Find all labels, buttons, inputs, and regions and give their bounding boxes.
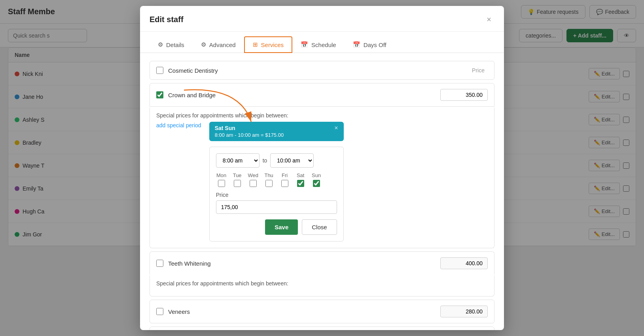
close-button[interactable]: Close <box>302 219 337 235</box>
special-price-input[interactable] <box>216 200 337 214</box>
to-label: to <box>263 157 267 164</box>
special-period-badge: Sat Sun 8:00 am - 10:00 am = $175.00 × <box>209 122 344 141</box>
day-checkbox-sun[interactable] <box>313 180 320 187</box>
modal-body: Cosmetic Dentistry Price Crown and Bridg… <box>140 53 504 330</box>
modal-close-button[interactable]: × <box>483 14 494 25</box>
modal-overlay: Edit staff × ⚙ Details ⚙ Advanced ⊞ Serv… <box>0 0 644 336</box>
day-label-tue: Tue <box>232 172 243 178</box>
day-checkbox-wed[interactable] <box>250 180 257 187</box>
service-row: Crown and Bridge <box>150 83 494 107</box>
price-input-crown-bridge[interactable] <box>440 89 488 101</box>
add-special-period-link[interactable]: add special period <box>156 122 201 128</box>
special-period-area: add special period Sat Sun 8:00 am - 10:… <box>156 122 488 242</box>
tab-details[interactable]: ⚙ Details <box>150 37 193 53</box>
calendar-icon: 📅 <box>301 41 308 48</box>
days-labels-row: Mon Tue Wed Thu Fri Sat Sun <box>216 172 337 178</box>
calendar-icon: 📅 <box>353 41 360 48</box>
day-label-sun: Sun <box>311 172 322 178</box>
price-label: Price <box>472 67 485 74</box>
gear-icon: ⚙ <box>201 41 206 48</box>
service-checkbox-crown-bridge[interactable] <box>156 91 163 98</box>
time-period-form: 8:00 am 9:00 am 10:00 am to 10:00 am 11:… <box>209 147 344 242</box>
price-input-veneers[interactable] <box>440 306 488 317</box>
special-period-left: add special period <box>156 122 201 129</box>
edit-staff-modal: Edit staff × ⚙ Details ⚙ Advanced ⊞ Serv… <box>140 6 504 330</box>
badge-close-button[interactable]: × <box>331 125 338 131</box>
special-price-section-teeth-whitening: Special prices for appointments which be… <box>150 276 494 296</box>
modal-title: Edit staff <box>150 15 184 24</box>
price-field: Price <box>216 192 337 214</box>
time-to-select[interactable]: 10:00 am 11:00 am 12:00 pm <box>270 153 314 168</box>
service-name: Cosmetic Dentistry <box>168 67 472 74</box>
day-checkbox-sat[interactable] <box>297 180 304 187</box>
day-checkbox-thu[interactable] <box>265 180 273 187</box>
days-checkboxes-row <box>216 180 337 187</box>
service-invisalign: Invisalign Price <box>150 327 494 330</box>
price-field-label: Price <box>216 192 337 198</box>
special-period-right: Sat Sun 8:00 am - 10:00 am = $175.00 × <box>209 122 344 242</box>
service-row: Cosmetic Dentistry Price <box>150 61 494 80</box>
day-label-fri: Fri <box>279 172 290 178</box>
time-from-select[interactable]: 8:00 am 9:00 am 10:00 am <box>216 153 259 168</box>
service-name: Teeth Whitening <box>168 260 440 267</box>
tab-schedule[interactable]: 📅 Schedule <box>292 37 345 53</box>
day-label-mon: Mon <box>216 172 227 178</box>
modal-header: Edit staff × <box>140 6 504 32</box>
service-row: Veneers <box>150 300 494 323</box>
service-teeth-whitening: Teeth Whitening Special prices for appoi… <box>150 251 494 296</box>
special-price-section-crown-bridge: Special prices for appointments which be… <box>150 108 494 248</box>
special-price-label: Special prices for appointments which be… <box>156 280 488 287</box>
service-row: Teeth Whitening <box>150 251 494 275</box>
badge-title: Sat Sun <box>215 125 284 131</box>
day-label-thu: Thu <box>263 172 275 178</box>
service-row: Invisalign Price <box>150 327 494 330</box>
service-checkbox-teeth-whitening[interactable] <box>156 260 163 267</box>
service-name: Veneers <box>168 308 440 315</box>
tab-services[interactable]: ⊞ Services <box>244 36 293 53</box>
price-input-teeth-whitening[interactable] <box>440 257 488 269</box>
day-checkbox-mon[interactable] <box>218 180 225 187</box>
service-veneers: Veneers <box>150 300 494 323</box>
form-actions: Save Close <box>216 219 337 235</box>
badge-detail: 8:00 am - 10:00 am = $175.00 <box>215 132 284 138</box>
service-cosmetic-dentistry: Cosmetic Dentistry Price <box>150 61 494 80</box>
tab-daysoff[interactable]: 📅 Days Off <box>345 37 395 53</box>
special-price-label: Special prices for appointments which be… <box>156 112 488 119</box>
service-checkbox-cosmetic-dentistry[interactable] <box>156 67 163 74</box>
save-button[interactable]: Save <box>265 219 298 235</box>
service-name: Crown and Bridge <box>168 92 440 98</box>
day-checkbox-fri[interactable] <box>281 180 288 187</box>
service-crown-bridge: Crown and Bridge Special prices for appo… <box>150 83 494 248</box>
day-label-sat: Sat <box>295 172 306 178</box>
tab-advanced[interactable]: ⚙ Advanced <box>193 37 244 53</box>
time-row: 8:00 am 9:00 am 10:00 am to 10:00 am 11:… <box>216 153 337 168</box>
modal-tabs: ⚙ Details ⚙ Advanced ⊞ Services 📅 Schedu… <box>140 32 504 53</box>
grid-icon: ⊞ <box>253 41 258 48</box>
day-checkbox-tue[interactable] <box>234 180 241 187</box>
service-checkbox-veneers[interactable] <box>156 308 163 315</box>
gear-icon: ⚙ <box>158 41 163 48</box>
day-label-wed: Wed <box>248 172 259 178</box>
